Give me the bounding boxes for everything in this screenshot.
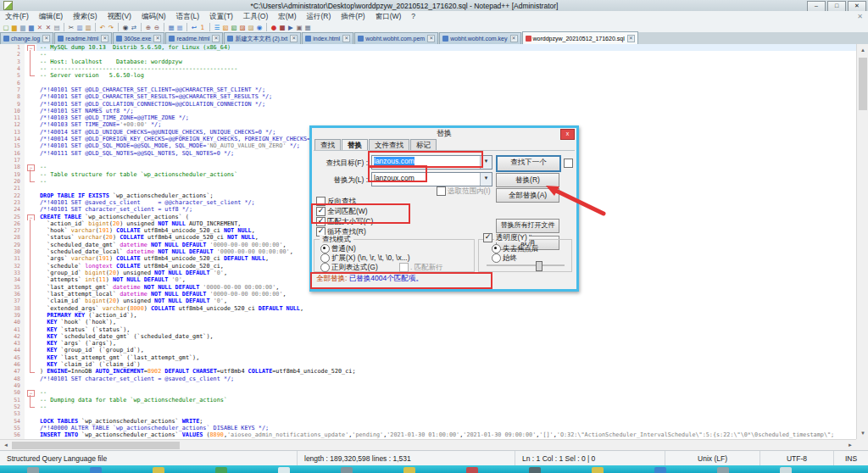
menu-item[interactable]: 运行(R)	[301, 11, 336, 22]
code-line[interactable]: 44 KEY `group_id` (`group_id`),	[0, 347, 856, 353]
taskbar-app-6[interactable]	[341, 467, 353, 473]
save-macro-icon[interactable]: ▣	[296, 23, 303, 32]
document-tab[interactable]: readme.html✕	[54, 32, 112, 44]
code-line[interactable]: 47) ENGINE=InnoDB AUTO_INCREMENT=8902 DE…	[0, 368, 856, 375]
dot-matches-newline-checkbox[interactable]	[399, 263, 409, 272]
code-line[interactable]: 39 PRIMARY KEY (`action_id`),	[0, 312, 856, 319]
document-tab[interactable]: wobht.wobht.com.key✕	[439, 32, 520, 44]
taskbar-app-9[interactable]	[529, 467, 541, 473]
zoom-out-icon[interactable]: ⊖	[153, 23, 161, 32]
code-line[interactable]: 42 KEY `scheduled_date_gmt` (`scheduled_…	[0, 333, 856, 340]
vertical-scrollbar-thumb[interactable]	[859, 58, 867, 110]
menu-item[interactable]: 视图(V)	[103, 11, 136, 22]
code-line[interactable]: 53	[0, 410, 856, 417]
code-line[interactable]: 5-- Server version 5.6.50-log	[0, 72, 856, 79]
menu-item[interactable]: 窗口(W)	[370, 11, 407, 22]
mode-normal-radio[interactable]	[320, 244, 330, 253]
menu-item[interactable]: 语言(L)	[171, 11, 204, 22]
word-wrap-icon[interactable]: ↩	[191, 23, 198, 32]
sync-scroll-h-icon[interactable]: ▦	[176, 23, 184, 32]
code-line[interactable]: 36 `last_attempt_local` datetime NOT NUL…	[0, 291, 856, 298]
find-next-button[interactable]: 查找下一个	[496, 155, 561, 172]
close-file-icon[interactable]: ✕	[36, 23, 44, 32]
menubar-close-icon[interactable]: ✕	[857, 13, 863, 20]
record-macro-icon[interactable]: ●	[270, 23, 278, 32]
menu-item[interactable]: 插件(P)	[336, 11, 370, 22]
code-line[interactable]: 6	[0, 80, 856, 86]
taskbar-app-7[interactable]	[403, 467, 415, 473]
indent-guide-icon[interactable]: ☰	[214, 23, 221, 32]
horizontal-scrollbar[interactable]: ◄ ►	[0, 439, 856, 451]
scroll-down-arrow-icon[interactable]: ▼	[857, 427, 868, 439]
doc-monitor-icon[interactable]: ▨	[248, 23, 255, 32]
view-eye-icon[interactable]: ◉	[256, 23, 264, 32]
print-icon[interactable]: ▤	[53, 23, 61, 32]
document-tab[interactable]: worddpzyw_20210512_171620.sql✕	[522, 31, 638, 44]
tab-close-icon[interactable]: ✕	[42, 35, 50, 42]
dropdown-arrow-icon[interactable]: ▼	[480, 173, 492, 186]
taskbar-app-4[interactable]	[215, 467, 227, 473]
code-line[interactable]: 56INSERT INTO `wp_actionscheduler_action…	[0, 431, 856, 438]
taskbar-app-13[interactable]	[780, 467, 792, 473]
menu-item[interactable]: 编辑(E)	[34, 11, 68, 22]
scroll-up-arrow-icon[interactable]: ▲	[857, 44, 868, 56]
document-tab[interactable]: index.html✕	[302, 32, 353, 44]
transparency-checkbox[interactable]	[483, 233, 492, 242]
tab-close-icon[interactable]: ✕	[101, 35, 108, 42]
taskbar-app-2[interactable]	[90, 467, 102, 473]
save-icon[interactable]: ▆	[19, 23, 27, 32]
code-line[interactable]: 49	[0, 382, 856, 389]
transparency-slider[interactable]	[487, 261, 565, 270]
stop-macro-icon[interactable]: ■	[279, 23, 287, 32]
in-selection-checkbox[interactable]	[437, 186, 446, 196]
copy-icon[interactable]: ▥	[76, 23, 84, 32]
menu-item[interactable]: 宏(M)	[273, 11, 301, 22]
document-map-icon[interactable]: ▧	[222, 23, 230, 32]
menu-item[interactable]: 设置(T)	[204, 11, 238, 22]
taskbar-app-12[interactable]	[717, 467, 729, 473]
menu-item[interactable]: 搜索(S)	[68, 11, 102, 22]
code-line[interactable]: 45 KEY `last_attempt_gmt` (`last_attempt…	[0, 354, 856, 361]
code-line[interactable]: 3-- Host: localhost Database: worddpzyw	[0, 58, 856, 65]
code-line[interactable]: 52--	[0, 403, 856, 410]
function-list-icon[interactable]: ▧	[231, 23, 238, 32]
cut-icon[interactable]: ✂	[68, 23, 75, 32]
redo-icon[interactable]: ↷	[108, 23, 115, 32]
find-icon[interactable]: ◉	[122, 23, 130, 32]
code-line[interactable]: 8/*!40101 SET @OLD_CHARACTER_SET_RESULTS…	[0, 93, 856, 100]
mode-regex-radio[interactable]	[320, 263, 330, 272]
zoom-in-icon[interactable]: ⊕	[145, 23, 153, 32]
menu-item[interactable]: 工具(O)	[238, 11, 273, 22]
folder-workspace-icon[interactable]: ▨	[239, 23, 247, 32]
tab-close-icon[interactable]: ✕	[153, 35, 161, 42]
document-tab[interactable]: 360se.exe✕	[113, 32, 164, 44]
dialog-tab-查找[interactable]: 查找	[314, 139, 341, 151]
tab-close-icon[interactable]: ✕	[290, 35, 298, 42]
taskbar-app-1[interactable]	[27, 467, 39, 473]
menu-item[interactable]: 编码(N)	[136, 11, 171, 22]
play-macro-icon[interactable]: ▶	[287, 23, 295, 32]
taskbar-app-10[interactable]	[592, 467, 604, 473]
find-next-side-checkbox[interactable]	[564, 159, 573, 168]
taskbar-app-11[interactable]	[654, 467, 666, 473]
tab-close-icon[interactable]: ✕	[212, 35, 220, 42]
undo-icon[interactable]: ↶	[99, 23, 107, 32]
code-line[interactable]: 38 `extended_args` varchar(8000) COLLATE…	[0, 305, 856, 312]
mode-extended-radio[interactable]	[320, 253, 330, 263]
taskbar-app-5[interactable]	[278, 467, 290, 473]
code-line[interactable]: 40 KEY `hook` (`hook`),	[0, 319, 856, 326]
vertical-scrollbar[interactable]: ▲ ▼	[856, 44, 868, 439]
code-line[interactable]: 11/*!40103 SET @OLD_TIME_ZONE=@@TIME_ZON…	[0, 114, 856, 121]
menu-item[interactable]: ?	[406, 11, 420, 22]
sync-scroll-v-icon[interactable]: ▦	[168, 23, 175, 32]
code-line[interactable]: 48/*!40101 SET character_set_client = @s…	[0, 376, 856, 382]
document-tab[interactable]: readme.html✕	[165, 32, 223, 44]
taskbar-app-3[interactable]	[153, 467, 164, 473]
show-all-characters-icon[interactable]: 1	[199, 23, 207, 32]
code-line[interactable]: 55/*!40000 ALTER TABLE `wp_actionschedul…	[0, 425, 856, 431]
menu-item[interactable]: 文件(F)	[0, 11, 34, 22]
document-tab[interactable]: wobht.wobht.com.pem✕	[354, 32, 438, 44]
paste-icon[interactable]: ▥	[85, 23, 92, 32]
document-tab[interactable]: change.log✕	[0, 32, 53, 44]
code-line[interactable]: 10/*!40101 SET NAMES utf8 */;	[0, 108, 856, 114]
